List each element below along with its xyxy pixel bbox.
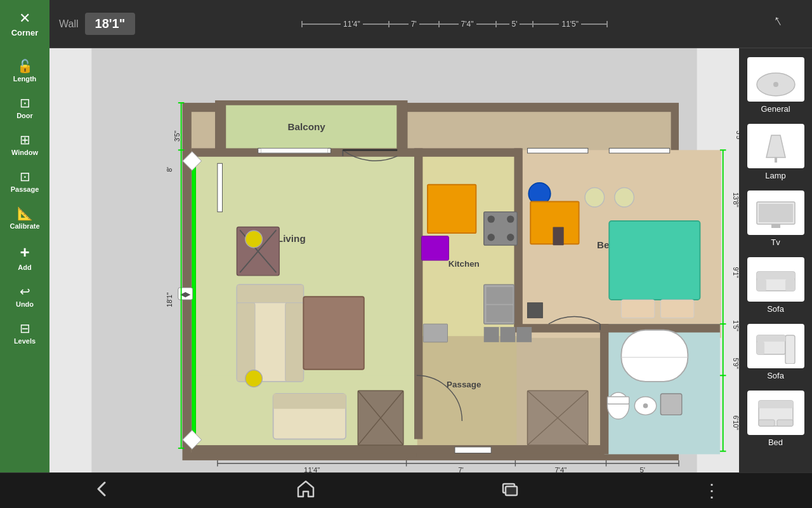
svg-text:Passage: Passage (447, 380, 481, 389)
sofa2-preview (747, 324, 804, 368)
sofa1-label: Sofa (767, 304, 784, 314)
bed-preview (747, 391, 804, 435)
top-dim-1: 11'4" (341, 20, 363, 29)
furniture-bed[interactable]: Bed (744, 388, 808, 450)
svg-text:Kitchen: Kitchen (449, 259, 480, 269)
svg-rect-140 (759, 420, 775, 426)
svg-text:Balcony: Balcony (287, 121, 325, 132)
svg-point-82 (507, 234, 514, 241)
svg-rect-102 (621, 330, 688, 382)
top-dimensions: 11'4" 7' 7'4" 5' 11'5" (135, 20, 774, 29)
svg-text:Living: Living (277, 233, 306, 244)
tool-passage-label: Passage (11, 185, 39, 193)
tool-add[interactable]: + Add (3, 237, 47, 276)
tv-preview (747, 190, 804, 235)
svg-rect-69 (285, 303, 304, 382)
svg-rect-141 (777, 420, 793, 426)
add-icon: + (20, 243, 29, 262)
svg-text:◀▶: ◀▶ (180, 290, 191, 298)
svg-rect-121 (609, 148, 669, 153)
svg-rect-10 (417, 336, 516, 448)
svg-rect-84 (487, 287, 513, 304)
svg-rect-130 (771, 224, 780, 228)
top-dim-3: 7'4" (459, 20, 476, 29)
svg-rect-77 (421, 236, 449, 260)
svg-text:9'1": 9'1" (732, 267, 739, 278)
general-label: General (761, 104, 790, 114)
tool-length-label: Length (13, 75, 37, 83)
svg-rect-144 (506, 486, 517, 495)
svg-rect-111 (273, 394, 346, 409)
svg-point-75 (246, 370, 263, 387)
svg-text:1'5": 1'5" (732, 320, 739, 331)
tool-door[interactable]: ⊡ Door (3, 90, 47, 124)
svg-rect-5 (218, 103, 226, 151)
svg-rect-98 (527, 303, 542, 318)
door-icon: ⊡ (20, 95, 30, 110)
general-preview (747, 57, 804, 102)
tool-passage[interactable]: ⊡ Passage (3, 164, 47, 198)
furniture-tv[interactable]: Tv (744, 188, 808, 250)
svg-point-94 (615, 187, 634, 207)
furniture-general[interactable]: General (744, 55, 808, 116)
svg-rect-118 (258, 148, 331, 153)
lamp-label: Lamp (765, 171, 786, 180)
svg-rect-20 (192, 445, 603, 453)
corner-tool[interactable]: ✕ Corner (11, 10, 39, 37)
svg-rect-127 (775, 157, 777, 163)
svg-text:3'5": 3'5" (735, 131, 739, 142)
svg-rect-18 (600, 324, 608, 454)
svg-rect-123 (455, 447, 491, 453)
corner-tool-area: ✕ Corner (0, 0, 49, 48)
svg-point-79 (487, 215, 494, 222)
svg-text:7'4": 7'4" (554, 466, 566, 472)
svg-point-80 (507, 215, 514, 222)
svg-rect-76 (428, 185, 476, 233)
svg-rect-136 (785, 335, 795, 364)
corner-label: Corner (11, 28, 39, 37)
svg-rect-138 (757, 342, 764, 354)
svg-text:8': 8' (166, 167, 173, 172)
top-bar: ✕ Corner Wall 18'1" 11'4" 7' 7'4" 5' 11'… (0, 0, 812, 48)
svg-text:5': 5' (639, 466, 645, 472)
corner-icon: ✕ (19, 10, 30, 27)
back-button[interactable] (73, 472, 131, 509)
furniture-sofa-2[interactable]: Sofa (744, 321, 808, 383)
svg-rect-120 (527, 148, 587, 153)
tool-window[interactable]: ⊞ Window (3, 127, 47, 161)
tool-levels[interactable]: ⊟ Levels (3, 316, 47, 350)
tool-window-label: Window (11, 149, 38, 156)
furniture-lamp[interactable]: Lamp (744, 121, 808, 183)
svg-rect-86 (423, 324, 447, 342)
svg-point-107 (643, 403, 648, 408)
floor-plan-svg: Balcony Living Kitchen Bedroom Passage B… (49, 48, 739, 472)
svg-rect-6 (396, 103, 405, 151)
svg-rect-67 (237, 284, 303, 303)
tool-add-label: Add (18, 264, 31, 271)
svg-rect-108 (660, 394, 681, 415)
svg-rect-85 (487, 305, 513, 323)
furniture-sofa-1[interactable]: Sofa (744, 255, 808, 316)
top-dim-5: 11'5" (559, 20, 581, 29)
svg-rect-70 (303, 297, 363, 370)
tv-label: Tv (771, 237, 780, 247)
compass: ↑ (774, 11, 799, 37)
tool-levels-label: Levels (14, 337, 36, 345)
home-button[interactable] (277, 472, 335, 509)
tool-undo[interactable]: ↩ Undo (3, 279, 47, 313)
lamp-preview (747, 124, 804, 168)
svg-rect-97 (660, 300, 693, 318)
length-icon: 🔓 (17, 58, 33, 74)
floor-plan-container[interactable]: Balcony Living Kitchen Bedroom Passage B… (49, 48, 739, 472)
svg-text:3'5": 3'5" (174, 130, 181, 142)
wall-label: Wall (59, 18, 79, 30)
more-button[interactable]: ⋮ (684, 474, 740, 507)
tool-calibrate-label: Calibrate (10, 222, 39, 230)
svg-rect-96 (621, 300, 654, 318)
recents-button[interactable] (480, 472, 539, 509)
tool-length[interactable]: 🔓 Length (3, 53, 47, 88)
tool-undo-label: Undo (16, 300, 34, 308)
tool-calibrate[interactable]: 📐 Calibrate (3, 201, 47, 235)
svg-text:5'9": 5'9" (732, 358, 739, 370)
levels-icon: ⊟ (20, 321, 30, 336)
